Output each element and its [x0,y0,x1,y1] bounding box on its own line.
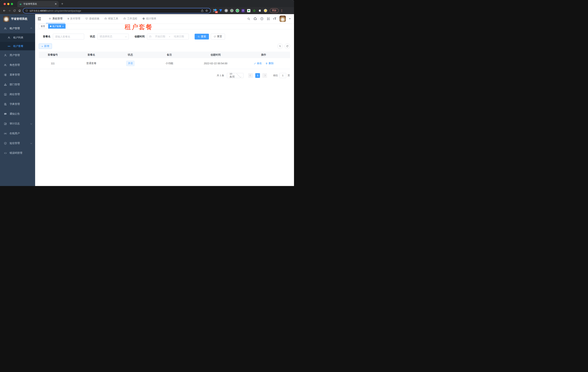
delete-link[interactable]: 删除 [265,62,273,65]
browser-tab[interactable]: 芋道管理系统 ✕ [17,1,59,7]
search-icon [279,45,281,47]
sidebar-item-online-users[interactable]: 在线用户 [0,128,35,138]
tag-close-icon[interactable]: × [62,25,64,28]
font-size-icon[interactable]: TT [273,17,276,21]
zoom-window-button[interactable] [11,3,13,5]
status-select[interactable]: 请选择状态 [97,34,129,40]
notice-icon [4,112,7,116]
prev-page-button[interactable] [248,73,253,78]
reset-button[interactable]: 重置 [211,34,225,40]
package-name-input[interactable] [53,34,84,40]
back-button[interactable] [2,9,7,12]
toggle-search-button[interactable] [277,43,283,49]
chevron-down-icon [236,73,241,78]
y-green-extension-icon[interactable]: Y [236,9,239,12]
header-actions: ? TT [247,16,291,22]
command-extension-icon[interactable]: ⌘ [224,9,228,12]
green-star-extension-icon[interactable] [252,9,256,12]
new-tab-button[interactable]: + [61,2,63,6]
total-count-label: 共 1 条 [217,74,224,77]
emoji-extension-icon[interactable] [264,9,267,12]
sidebar-item-user-management[interactable]: 用户管理 [0,50,35,60]
nav-item-payment-management[interactable]: ¥ 支付管理 [65,14,83,23]
tenant-submenu: 租户列表 租户套餐 [0,33,35,50]
search-icon [198,35,200,38]
start-date-input[interactable]: 开始日期 [152,35,168,38]
browser-tab-strip: 芋道管理系统 ✕ + [0,0,294,7]
browser-toolbar: 127.0.0.1:48080/admin-ui/system/tenant/p… [0,7,294,14]
avatar[interactable] [280,16,286,22]
tag-tenant-package[interactable]: 租户套餐 × [48,24,65,29]
browser-menu-icon[interactable] [280,10,283,12]
home-button[interactable] [17,9,22,12]
sidebar-item-tenant-package[interactable]: 租户套餐 [0,42,35,50]
add-button[interactable]: + 新增 [39,43,52,49]
nav-item-workflow[interactable]: 工作流程 [121,14,140,23]
close-window-button[interactable] [4,3,6,5]
monitor-icon [85,17,88,20]
nav-item-infrastructure[interactable]: 基础设施 [83,14,102,23]
nav-item-dev-tools[interactable]: 研发工具 [102,14,121,23]
next-page-button[interactable] [262,73,267,78]
sidebar-item-role-management[interactable]: 角色管理 [0,60,35,70]
edit-link[interactable]: 修改 [254,62,262,65]
blue-gem-extension-icon[interactable] [219,9,222,12]
tab-close-icon[interactable]: ✕ [54,2,57,6]
url-bar[interactable]: 127.0.0.1:48080/admin-ui/system/tenant/p… [23,8,211,13]
sidebar-item-error-code-management[interactable]: 错误码管理 [0,148,35,158]
gray-green-extension-icon[interactable] [230,9,233,12]
help-icon[interactable]: ? [260,17,263,21]
trash-icon [265,62,268,65]
search-icon[interactable] [247,17,250,21]
sidebar-item-audit-log[interactable]: 审计日志 [0,119,35,128]
goto-page-input[interactable] [279,73,286,78]
chevron-right-icon [264,74,266,76]
top-navigation: 系统管理 ¥ 支付管理 基础设施 [46,14,159,23]
main-area: 租户套餐 系统管理 ¥ 支付管理 [35,14,294,186]
bookmark-star-icon[interactable] [205,9,208,12]
collapse-sidebar-icon[interactable] [38,17,41,20]
pagination: 共 1 条 10条/页 1 前往 页 [39,73,290,78]
page-number-1[interactable]: 1 [255,73,260,78]
sidebar-item-tenant-management[interactable]: 租户管理 [0,23,35,33]
col-package-id: 套餐编号 [39,52,67,58]
purple-shield-extension-icon[interactable]: ⛨ [241,9,245,12]
date-range-picker[interactable]: 开始日期 - 结束日期 [147,34,189,40]
puzzle-extension-icon[interactable] [258,9,262,12]
sidebar-item-sms-management[interactable]: 短信管理 [0,138,35,148]
extension-badge: 10 [215,11,218,13]
sidebar-item-post-management[interactable]: 岗位管理 [0,89,35,99]
refresh-table-button[interactable] [284,43,290,49]
forward-button[interactable] [7,9,12,12]
sidebar-item-dict-management[interactable]: 字典管理 [0,99,35,109]
blocker-extension-icon[interactable]: 10 [213,9,217,12]
create-time-label: 创建时间 [135,35,147,38]
sidebar-item-notice-announcement[interactable]: 通知公告 [0,109,35,119]
reload-button[interactable] [12,9,17,12]
end-date-input[interactable]: 结束日期 [171,35,187,38]
page-size-select[interactable]: 10条/页 [227,73,243,78]
post-icon [4,93,7,96]
share-icon[interactable] [201,9,204,12]
github-icon[interactable] [253,17,257,21]
plus-icon: + [42,45,43,48]
browser-update-button[interactable]: 更新 [270,8,279,13]
site-info-icon[interactable] [25,9,28,12]
app-header: 系统管理 ¥ 支付管理 基础设施 [35,14,294,23]
nav-item-system-management[interactable]: 系统管理 [46,14,65,23]
search-button[interactable]: 搜索 [195,34,209,40]
nav-item-statistics-report[interactable]: 统计报表 [140,14,159,23]
minimize-window-button[interactable] [7,3,10,5]
table-row: 111 普通套餐 开启 小功能 2022-02-22 00:54:00 [39,58,290,69]
app-logo-row[interactable]: 芋道管理系统 [0,14,35,23]
package-table: 套餐编号 套餐名 状态 备注 创建时间 操作 111 普通套餐 [39,52,290,69]
sidebar-item-dept-management[interactable]: 部门管理 [0,80,35,89]
tags-view-bar: 首页 租户套餐 × [35,23,294,29]
green-chat-extension-icon[interactable] [247,9,250,12]
fullscreen-icon[interactable] [267,17,270,21]
chevron-left-icon [250,74,252,76]
sidebar-item-tenant-list[interactable]: 租户列表 [0,33,35,42]
tag-home[interactable]: 首页 [39,24,47,29]
sidebar-item-menu-management[interactable]: 菜单管理 [0,70,35,80]
caret-down-icon[interactable] [289,18,291,19]
